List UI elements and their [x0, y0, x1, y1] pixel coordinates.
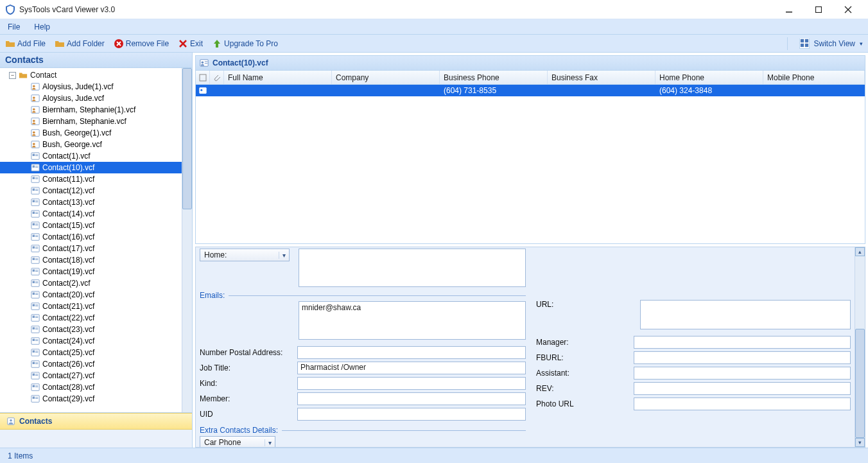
- file-tree[interactable]: −ContactAloysius, Jude(1).vcfAloysius, J…: [0, 68, 182, 412]
- sidebar-scrollbar[interactable]: [182, 68, 192, 412]
- tree-file[interactable]: Contact(1).vcf: [0, 150, 182, 162]
- job-field[interactable]: Pharmacist /Owner: [297, 362, 526, 374]
- tree-file[interactable]: Contact(25).vcf: [0, 347, 182, 358]
- tree-file[interactable]: Aloysius, Jude.vcf: [0, 92, 182, 104]
- card-icon: [31, 209, 40, 218]
- tree-file[interactable]: Contact(16).vcf: [0, 231, 182, 243]
- maximize-button[interactable]: [804, 0, 833, 19]
- tree-file[interactable]: Contact(15).vcf: [0, 220, 182, 231]
- svg-rect-64: [33, 281, 35, 284]
- close-button[interactable]: [833, 0, 863, 19]
- tree-file[interactable]: Contact(23).vcf: [0, 324, 182, 335]
- upgrade-label: Upgrade To Pro: [224, 39, 278, 48]
- manager-field[interactable]: [634, 336, 851, 349]
- sidebar: Contacts −ContactAloysius, Jude(1).vcfAl…: [0, 53, 193, 448]
- add-folder-button[interactable]: Add Folder: [55, 39, 105, 49]
- upgrade-button[interactable]: Upgrade To Pro: [212, 39, 278, 49]
- tree-file[interactable]: Contact(19).vcf: [0, 266, 182, 277]
- add-file-button[interactable]: Add File: [5, 39, 46, 49]
- menu-help[interactable]: Help: [34, 22, 50, 31]
- remove-file-button[interactable]: Remove File: [114, 39, 169, 49]
- tree-file[interactable]: Contact(26).vcf: [0, 358, 182, 370]
- svg-rect-60: [33, 270, 35, 272]
- svg-rect-22: [35, 155, 38, 156]
- tree-file[interactable]: Contact(22).vcf: [0, 312, 182, 324]
- sidebar-contacts-button[interactable]: Contacts: [0, 413, 192, 430]
- tree-file[interactable]: Contact(20).vcf: [0, 289, 182, 301]
- photo-field[interactable]: [634, 397, 851, 410]
- job-value: Pharmacist /Owner: [300, 363, 366, 372]
- tree-file[interactable]: Aloysius, Jude(1).vcf: [0, 81, 182, 92]
- tree-file[interactable]: Bush, George.vcf: [0, 139, 182, 150]
- npa-label: Number Postal Address:: [200, 348, 297, 357]
- tree-file[interactable]: Contact(11).vcf: [0, 173, 182, 185]
- extra-field[interactable]: [284, 436, 526, 447]
- extra-type-select[interactable]: Car Phone ▾: [200, 436, 275, 447]
- tree-file-label: Contact(17).vcf: [42, 244, 94, 253]
- tree-root[interactable]: −Contact: [0, 69, 182, 81]
- tree-file[interactable]: Bush, George(1).vcf: [0, 127, 182, 139]
- grid-icon: [799, 39, 810, 49]
- tree-file[interactable]: Contact(18).vcf: [0, 254, 182, 266]
- assistant-label: Assistant:: [536, 369, 634, 378]
- tree-file-label: Contact(2).vcf: [42, 279, 91, 288]
- tree-file[interactable]: Contact(24).vcf: [0, 335, 182, 347]
- exit-button[interactable]: Exit: [178, 39, 203, 49]
- svg-rect-80: [33, 328, 35, 330]
- collapse-icon[interactable]: −: [9, 72, 16, 79]
- emails-textarea[interactable]: mnider@shaw.ca: [299, 301, 526, 340]
- grid-col-bfax[interactable]: Business Fax: [548, 71, 655, 84]
- svg-rect-40: [33, 212, 35, 214]
- tree-file[interactable]: Contact(21).vcf: [0, 301, 182, 312]
- grid-col-mphone[interactable]: Mobile Phone: [763, 71, 865, 84]
- card-icon: [31, 198, 40, 207]
- tree-file[interactable]: Contact(27).vcf: [0, 370, 182, 381]
- tree-file[interactable]: Contact(17).vcf: [0, 243, 182, 254]
- fburl-field[interactable]: [634, 351, 851, 364]
- url-textarea[interactable]: [640, 300, 851, 329]
- switch-view-button[interactable]: Switch View ▾: [797, 39, 863, 49]
- tree-root-label: Contact: [30, 71, 56, 80]
- grid-col-company[interactable]: Company: [332, 71, 440, 84]
- details-scrollbar[interactable]: ▴ ▾: [855, 247, 865, 447]
- npa-field[interactable]: [297, 346, 526, 359]
- grid-row[interactable]: (604) 731-8535 (604) 324-3848: [196, 85, 865, 96]
- svg-point-108: [10, 419, 12, 422]
- tree-file[interactable]: Biernham, Stephanie.vcf: [0, 116, 182, 127]
- svg-rect-96: [33, 374, 35, 376]
- scroll-down-icon[interactable]: ▾: [855, 438, 865, 447]
- scroll-up-icon[interactable]: ▴: [855, 247, 865, 256]
- tree-file-label: Contact(18).vcf: [42, 256, 94, 265]
- toolbar: Add File Add Folder Remove File Exit Upg…: [0, 35, 868, 53]
- rev-field[interactable]: [634, 382, 851, 395]
- person-icon: [31, 117, 40, 126]
- svg-rect-53: [35, 247, 38, 247]
- minimize-button[interactable]: [774, 0, 804, 19]
- tree-file[interactable]: Biernham, Stephanie(1).vcf: [0, 104, 182, 116]
- kind-field[interactable]: [297, 377, 526, 390]
- title-bar: SysTools vCard Viewer v3.0: [0, 0, 868, 19]
- grid-col-attach[interactable]: [210, 71, 224, 84]
- content-title: Contact(10).vcf: [213, 58, 268, 67]
- svg-rect-84: [33, 339, 35, 342]
- uid-field[interactable]: [297, 408, 526, 421]
- tree-file-label: Contact(20).vcf: [42, 290, 94, 299]
- svg-rect-113: [200, 74, 206, 81]
- tree-file[interactable]: Contact(29).vcf: [0, 393, 182, 405]
- grid-col-bphone[interactable]: Business Phone: [440, 71, 548, 84]
- assistant-field[interactable]: [634, 367, 851, 380]
- member-field[interactable]: [297, 392, 526, 405]
- svg-rect-28: [33, 177, 35, 180]
- grid-col-fullname[interactable]: Full Name: [224, 71, 332, 84]
- tree-file[interactable]: Contact(2).vcf: [0, 277, 182, 289]
- address-type-select[interactable]: Home: ▾: [200, 249, 290, 261]
- address-textarea[interactable]: [299, 249, 526, 287]
- tree-file[interactable]: Contact(14).vcf: [0, 208, 182, 220]
- tree-file[interactable]: Contact(10).vcf: [0, 162, 182, 173]
- tree-file[interactable]: Contact(12).vcf: [0, 185, 182, 197]
- grid-col-hphone[interactable]: Home Phone: [655, 71, 763, 84]
- tree-file[interactable]: Contact(13).vcf: [0, 197, 182, 208]
- menu-file[interactable]: File: [8, 22, 20, 31]
- tree-file[interactable]: Contact(28).vcf: [0, 381, 182, 393]
- grid-col-type[interactable]: [196, 71, 210, 84]
